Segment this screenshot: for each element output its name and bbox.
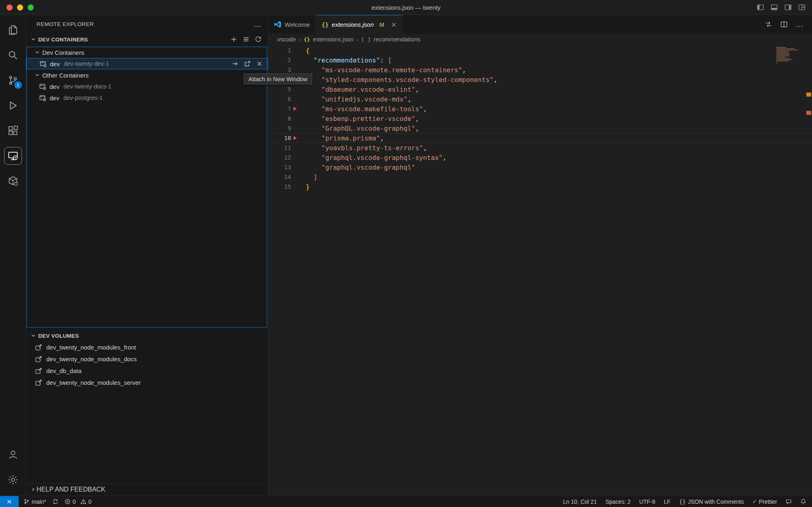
indentation-status[interactable]: Spaces: 2 <box>605 498 631 505</box>
breadcrumb-folder[interactable]: .vscode <box>276 36 296 43</box>
new-dev-container-icon[interactable] <box>231 36 237 43</box>
more-actions-icon[interactable]: … <box>253 22 261 26</box>
remote-indicator-button[interactable] <box>0 496 19 507</box>
code-line[interactable]: 10 "prisma.prisma", <box>268 133 812 143</box>
problems-status[interactable]: 0 0 <box>65 498 92 505</box>
code-line[interactable]: 15} <box>268 182 812 192</box>
volume-row[interactable]: dev_db_data <box>26 365 268 377</box>
options-list-icon[interactable] <box>243 36 249 43</box>
help-and-feedback-section-header[interactable]: HELP AND FEEDBACK <box>26 483 268 495</box>
line-number: 13 <box>268 164 291 170</box>
search-icon <box>8 50 18 60</box>
refresh-icon[interactable] <box>255 36 261 43</box>
eol-status[interactable]: LF <box>664 498 670 505</box>
json-symbol-icon: {} <box>304 37 310 43</box>
container-icon <box>39 83 46 90</box>
tab-extensions-json[interactable]: {} extensions.json M <box>316 15 403 34</box>
line-number: 5 <box>268 86 291 93</box>
settings-button[interactable] <box>3 467 23 492</box>
split-editor-icon[interactable] <box>780 21 788 28</box>
line-number: 7 <box>268 106 291 112</box>
remote-explorer-icon <box>8 151 18 161</box>
dev-containers-section-header[interactable]: DEV CONTAINERS <box>26 34 268 45</box>
window-controls <box>0 4 34 11</box>
dev-containers-tree: Dev Containersdevdev-twenty-dev-1Other C… <box>26 47 268 104</box>
tab-welcome[interactable]: Welcome <box>268 15 316 34</box>
git-branch-icon <box>24 498 30 505</box>
code-line[interactable]: 14 ] <box>268 172 812 182</box>
toggle-panel-icon[interactable] <box>771 4 778 11</box>
volume-row[interactable]: dev_twenty_node_modules_front <box>26 341 268 353</box>
code-line[interactable]: 13 "graphql.vscode-graphql" <box>268 162 812 172</box>
zoom-window-button[interactable] <box>28 4 34 11</box>
title-bar: extensions.json — twenty <box>0 0 812 15</box>
feedback-icon <box>786 498 792 505</box>
sync-changes-button[interactable] <box>52 498 58 505</box>
stop-container-icon[interactable] <box>256 60 263 67</box>
tree-group-row[interactable]: Other Containers <box>26 69 268 81</box>
minimap[interactable] <box>776 46 803 64</box>
formatter-status[interactable]: ✓ Prettier <box>752 498 777 505</box>
container-row[interactable]: devdev-twenty-docs-1 <box>26 81 268 92</box>
chevron-right-icon <box>30 486 37 493</box>
volume-icon <box>35 379 42 386</box>
code-line[interactable]: 3 "ms-vscode-remote.remote-containers", <box>268 65 812 75</box>
line-number: 2 <box>268 57 291 63</box>
encoding-status[interactable]: UTF-8 <box>639 498 655 505</box>
code-line[interactable]: 7 "ms-vscode.makefile-tools", <box>268 104 812 114</box>
container-row[interactable]: devdev-twenty-dev-1 <box>26 58 268 69</box>
gutter-marker-icon <box>294 107 297 111</box>
code-line[interactable]: 8 "esbenp.prettier-vscode", <box>268 114 812 123</box>
account-icon <box>8 449 18 460</box>
breadcrumb-symbol[interactable]: recommendations <box>374 36 420 43</box>
customize-layout-icon[interactable] <box>798 4 806 11</box>
dev-volumes-section-header[interactable]: DEV VOLUMES <box>26 330 268 341</box>
close-tab-icon[interactable] <box>391 22 397 28</box>
git-branch-status[interactable]: main* <box>24 498 46 505</box>
code-line[interactable]: 4 "styled-components.vscode-styled-compo… <box>268 75 812 84</box>
files-icon <box>8 25 18 35</box>
code-line[interactable]: 6 "unifiedjs.vscode-mdx", <box>268 94 812 104</box>
feedback-button[interactable] <box>786 498 792 505</box>
chevron-down-icon <box>30 36 37 43</box>
line-number: 14 <box>268 174 291 180</box>
attach-container-icon[interactable] <box>231 60 238 67</box>
attach-new-window-icon[interactable] <box>244 60 251 67</box>
sidebar-item-extensions[interactable] <box>3 118 23 143</box>
container-icon <box>39 94 46 101</box>
sidebar-item-remote-explorer[interactable] <box>3 143 23 168</box>
sidebar-title: REMOTE EXPLORER <box>37 21 94 27</box>
sidebar-item-explorer[interactable] <box>3 17 23 43</box>
sidebar-item-search[interactable] <box>3 43 23 68</box>
minimize-window-button[interactable] <box>17 4 23 11</box>
activity-bar: 1 <box>0 15 26 496</box>
language-mode-status[interactable]: {} JSON with Comments <box>679 498 744 505</box>
volume-row[interactable]: dev_twenty_node_modules_docs <box>26 353 268 365</box>
extensions-icon <box>8 125 18 136</box>
toggle-primary-sidebar-icon[interactable] <box>757 4 764 11</box>
code-line[interactable]: 12 "graphql.vscode-graphql-syntax", <box>268 153 812 162</box>
toggle-secondary-sidebar-icon[interactable] <box>784 4 792 11</box>
line-number: 1 <box>268 47 291 54</box>
code-line[interactable]: 2 "recommendations": [ <box>268 55 812 65</box>
breadcrumb-file[interactable]: extensions.json <box>313 36 354 43</box>
accounts-button[interactable] <box>3 442 23 467</box>
code-line[interactable]: 11 "yoavbls.pretty-ts-errors", <box>268 143 812 153</box>
volume-row[interactable]: dev_twenty_node_modules_server <box>26 377 268 388</box>
open-changes-icon[interactable] <box>765 21 772 28</box>
tree-group-row[interactable]: Dev Containers <box>26 47 268 58</box>
code-line[interactable]: 9 "GraphQL.vscode-graphql", <box>268 123 812 133</box>
sidebar-item-source-control[interactable]: 1 <box>3 68 23 93</box>
tooltip: Attach in New Window <box>244 73 312 84</box>
more-actions-icon[interactable]: … <box>796 20 804 29</box>
code-line[interactable]: 1{ <box>268 45 812 55</box>
sidebar-item-run-debug[interactable] <box>3 93 23 118</box>
close-window-button[interactable] <box>6 4 13 11</box>
chevron-separator-icon: › <box>299 36 301 43</box>
code-line[interactable]: 5 "dbaeumer.vscode-eslint", <box>268 84 812 94</box>
cursor-position-status[interactable]: Ln 10, Col 21 <box>563 498 597 505</box>
code-editor[interactable]: 1{2 "recommendations": [3 "ms-vscode-rem… <box>268 45 812 192</box>
container-row[interactable]: devdev-postgres-1 <box>26 92 268 104</box>
notifications-button[interactable] <box>800 498 806 505</box>
sidebar-item-containers[interactable] <box>3 168 23 194</box>
